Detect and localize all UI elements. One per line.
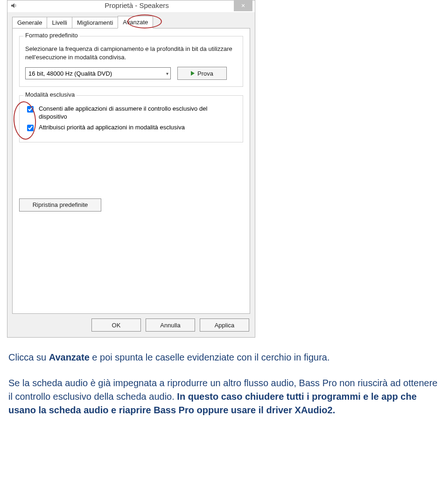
tab-generale[interactable]: Generale — [12, 17, 47, 28]
restore-defaults-button[interactable]: Ripristina predefinite — [19, 198, 101, 212]
article-text: Clicca su Avanzate e poi spunta le casel… — [8, 351, 438, 417]
cancel-button[interactable]: Annulla — [146, 318, 195, 332]
bold-avanzate: Avanzate — [49, 352, 90, 362]
test-button-label: Prova — [197, 70, 213, 77]
restore-label: Ripristina predefinite — [33, 201, 88, 208]
apply-button[interactable]: Applica — [200, 318, 249, 332]
paragraph-1: Clicca su Avanzate e poi spunta le casel… — [8, 351, 438, 364]
chevron-down-icon: ▾ — [166, 71, 168, 76]
checkbox-row-2[interactable]: Attribuisci priorità ad applicazioni in … — [25, 124, 237, 133]
checkbox-label: Consenti alle applicazioni di assumere i… — [39, 105, 237, 121]
format-combobox[interactable]: 16 bit, 48000 Hz (Qualità DVD) ▾ — [25, 67, 171, 79]
format-description: Selezionare la frequenza di campionament… — [25, 45, 237, 61]
tab-avanzate[interactable]: Avanzate — [118, 16, 153, 28]
paragraph-2: Se la scheda audio è già impegnata a rip… — [8, 376, 438, 417]
tab-strip: Generale Livelli Miglioramenti Avanzate — [12, 16, 250, 28]
apply-label: Applica — [215, 322, 235, 329]
speaker-sysicon — [10, 2, 18, 9]
cancel-label: Annulla — [160, 322, 180, 329]
play-icon — [191, 71, 195, 76]
restore-row: Ripristina predefinite — [19, 198, 243, 212]
text: e poi spunta le caselle evidenziate con … — [90, 352, 330, 362]
tab-livelli[interactable]: Livelli — [47, 17, 72, 28]
dialog-button-row: OK Annulla Applica — [12, 314, 250, 332]
dialog-title: Proprietà - Speakers — [21, 1, 252, 9]
group-modalita-esclusiva: Modalità esclusiva Consenti alle applica… — [19, 95, 243, 142]
format-row: 16 bit, 48000 Hz (Qualità DVD) ▾ Prova — [25, 67, 237, 80]
group-formato-predefinito: Formato predefinito Selezionare la frequ… — [19, 36, 243, 87]
titlebar: Proprietà - Speakers × — [7, 0, 255, 12]
group-legend: Formato predefinito — [23, 32, 80, 39]
properties-dialog: Proprietà - Speakers × Generale Livelli … — [7, 0, 255, 338]
checkbox-exclusive-control[interactable] — [27, 106, 34, 113]
checkbox-exclusive-priority[interactable] — [27, 125, 34, 131]
checkbox-row-1[interactable]: Consenti alle applicazioni di assumere i… — [25, 105, 237, 121]
tab-panel-avanzate: Formato predefinito Selezionare la frequ… — [12, 28, 250, 314]
group-legend: Modalità esclusiva — [23, 91, 77, 98]
checkbox-label: Attribuisci priorità ad applicazioni in … — [39, 124, 185, 132]
tab-miglioramenti[interactable]: Miglioramenti — [72, 17, 118, 28]
test-button[interactable]: Prova — [177, 67, 227, 80]
close-button[interactable]: × — [234, 0, 252, 11]
text: Clicca su — [8, 352, 49, 362]
ok-button[interactable]: OK — [91, 318, 141, 332]
ok-label: OK — [112, 322, 121, 329]
combo-value: 16 bit, 48000 Hz (Qualità DVD) — [28, 70, 112, 77]
dialog-body: Generale Livelli Miglioramenti Avanzate … — [7, 12, 255, 337]
close-icon: × — [241, 2, 245, 9]
